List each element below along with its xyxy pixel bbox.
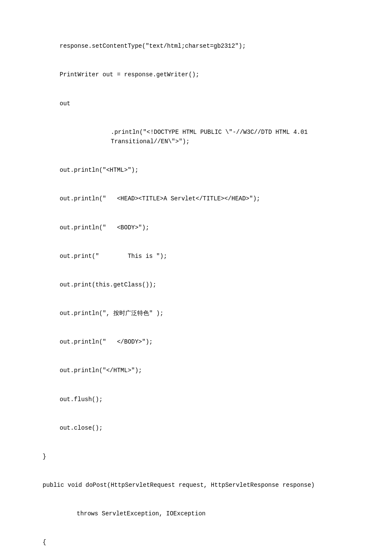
code-line: out.println("<HTML>");: [9, 165, 383, 175]
code-line: throws ServletException, IOException: [9, 509, 383, 518]
code-line: out.print(this.getClass());: [9, 280, 383, 289]
code-line: PrintWriter out = response.getWriter();: [9, 70, 383, 79]
code-line: .println("<!DOCTYPE HTML PUBLIC \"-//W3C…: [9, 127, 383, 147]
code-line: response.setContentType("text/html;chars…: [9, 41, 383, 51]
code-line: }: [9, 452, 383, 461]
code-line: {: [9, 538, 383, 547]
code-line: out.println(" <HEAD><TITLE>A Servlet</TI…: [9, 194, 383, 203]
code-block: response.setContentType("text/html;chars…: [0, 9, 392, 555]
code-line: out: [9, 99, 383, 108]
code-line: out.flush();: [9, 395, 383, 404]
code-line: out.print(" This is ");: [9, 251, 383, 261]
code-line: public void doPost(HttpServletRequest re…: [9, 480, 383, 490]
code-line: out.close();: [9, 423, 383, 433]
code-line: out.println(", 按时广泛特色" );: [9, 309, 383, 318]
code-line: out.println(" </BODY>");: [9, 337, 383, 347]
code-line: out.println(" <BODY>");: [9, 223, 383, 232]
code-line: out.println("</HTML>");: [9, 366, 383, 375]
